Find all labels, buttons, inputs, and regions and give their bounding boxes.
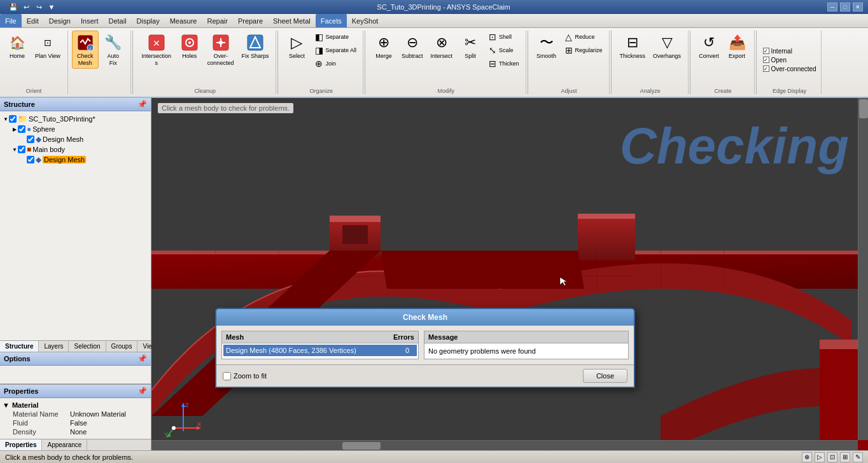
status-icon-3[interactable]: ⊡	[827, 452, 837, 462]
convert-label: Convert	[699, 53, 719, 60]
thicken-button[interactable]: ⊟ Thicken	[485, 57, 522, 70]
tree-item-design-mesh-2[interactable]: ◆ Design Mesh	[3, 155, 148, 165]
over-connected-button[interactable]: Over-connected	[204, 31, 237, 69]
tree-check-sphere[interactable]	[18, 125, 25, 133]
menu-edit[interactable]: Edit	[22, 14, 44, 27]
open-check[interactable]: Open	[763, 57, 787, 64]
zoom-checkbox[interactable]	[223, 372, 231, 380]
tree-check-root[interactable]	[9, 115, 17, 123]
tree-item-sphere[interactable]: ▶ ● Sphere	[3, 124, 148, 134]
tree-check-mb[interactable]	[18, 146, 25, 153]
separate-all-button[interactable]: ◨ Separate All	[311, 44, 359, 57]
overhangs-button[interactable]: ▽ Overhangs	[650, 31, 684, 69]
holes-button[interactable]: Holes	[176, 31, 203, 69]
intersections-button[interactable]: ✕ Intersections	[138, 31, 175, 69]
intersect-button[interactable]: ⊗ Intersect	[428, 31, 456, 69]
tree-item-main-body[interactable]: ▼ ■ Main body	[3, 144, 148, 155]
thickness-button[interactable]: ⊟ Thickness	[617, 31, 649, 69]
scrollbar-bottom[interactable]	[151, 440, 858, 450]
open-checkbox[interactable]	[763, 57, 769, 63]
home-icon: 🏠	[7, 32, 27, 53]
undo-button[interactable]: ↩	[20, 1, 32, 13]
status-icon-2[interactable]: ▷	[815, 452, 825, 462]
menu-detail[interactable]: Detail	[103, 14, 131, 27]
convert-button[interactable]: ↺ Convert	[696, 31, 722, 69]
menu-insert[interactable]: Insert	[76, 14, 104, 27]
redo-button[interactable]: ↪	[33, 1, 45, 13]
options-pin[interactable]: 📌	[137, 354, 147, 363]
home-button[interactable]: 🏠 Home	[4, 31, 31, 69]
tree-check-dm2[interactable]	[27, 156, 34, 163]
status-icon-1[interactable]: ⊕	[802, 452, 812, 462]
tree-item-root[interactable]: ▼ 📁 SC_Tuto_3DPrinting*	[3, 114, 148, 124]
menu-prepare[interactable]: Prepare	[233, 14, 268, 27]
tab-selection[interactable]: Selection	[69, 341, 106, 352]
tree-item-design-mesh-1[interactable]: ◆ Design Mesh	[3, 134, 148, 144]
join-button[interactable]: ⊕ Join	[311, 57, 359, 70]
menu-keyshot[interactable]: KeyShot	[347, 14, 384, 27]
menu-measure[interactable]: Measure	[165, 14, 202, 27]
status-icon-5[interactable]: ✎	[853, 452, 863, 462]
scrollbar-right[interactable]	[858, 98, 868, 440]
properties-pin[interactable]: 📌	[137, 387, 147, 396]
zoom-to-fit-check[interactable]: Zoom to fit	[223, 372, 267, 380]
menu-repair[interactable]: Repair	[202, 14, 232, 27]
structure-pin[interactable]: 📌	[137, 100, 147, 109]
menu-display[interactable]: Display	[132, 14, 165, 27]
separate-button[interactable]: ◧ Separate	[311, 31, 359, 43]
message-section: Message No geometry problems were found	[424, 331, 629, 359]
close-button[interactable]: Close	[583, 369, 627, 383]
separate-all-label: Separate All	[325, 47, 356, 53]
tree-arrow-root[interactable]: ▼	[3, 116, 9, 122]
tree-label-dm1: Design Mesh	[43, 135, 83, 143]
over-connected-check[interactable]: Over-connected	[763, 66, 816, 73]
reduce-button[interactable]: △ Reduce	[561, 31, 605, 43]
tree-check-dm1[interactable]	[27, 135, 34, 143]
select-icon: ▷	[286, 32, 307, 53]
window-controls[interactable]: ─ □ ✕	[827, 3, 863, 11]
menu-sheet-metal[interactable]: Sheet Metal	[268, 14, 316, 27]
prop-tab-appearance[interactable]: Appearance	[42, 439, 87, 450]
minimize-button[interactable]: ─	[827, 3, 837, 11]
smooth-button[interactable]: 〜 Smooth	[533, 31, 560, 69]
scale-button[interactable]: ⤡ Scale	[485, 44, 522, 57]
close-button[interactable]: ✕	[853, 3, 863, 11]
over-connected-checkbox[interactable]	[763, 66, 769, 72]
select-button[interactable]: ▷ Select	[283, 31, 310, 74]
menu-facets[interactable]: Facets	[316, 14, 347, 27]
maximize-button[interactable]: □	[840, 3, 850, 11]
plan-view-button[interactable]: ⊡ Plan View	[32, 31, 64, 62]
internal-checkbox[interactable]	[763, 48, 769, 54]
save-button[interactable]: 💾	[8, 1, 19, 13]
fix-sharps-button[interactable]: Fix Sharps	[238, 31, 272, 69]
mesh-row-design-mesh[interactable]: Design Mesh (4800 Faces, 2386 Vertices) …	[223, 345, 417, 356]
viewport[interactable]: Click a mesh body to check for problems.…	[151, 98, 868, 450]
organize-label: Organize	[309, 88, 333, 94]
mesh-viewport[interactable]	[151, 98, 868, 450]
tree-arrow-sphere[interactable]: ▶	[11, 126, 18, 132]
split-button[interactable]: ✂ Split	[457, 31, 484, 69]
svg-point-11	[219, 41, 223, 45]
shell-button[interactable]: ⊡ Shell	[485, 31, 522, 43]
subtract-button[interactable]: ⊖ Subtract	[398, 31, 426, 69]
quick-toolbar[interactable]: 💾 ↩ ↪ ▼	[5, 1, 60, 13]
internal-check[interactable]: Internal	[763, 48, 792, 55]
menu-file[interactable]: File	[0, 14, 22, 27]
prop-tab-properties[interactable]: Properties	[0, 439, 42, 450]
export-button[interactable]: 📤 Export	[724, 31, 750, 69]
merge-button[interactable]: ⊕ Merge	[370, 31, 397, 69]
tab-layers[interactable]: Layers	[39, 341, 69, 352]
menu-design[interactable]: Design	[44, 14, 76, 27]
check-mesh-button[interactable]: ✓ CheckMesh	[72, 31, 99, 69]
material-section[interactable]: ▼ Material	[3, 401, 148, 410]
intersections-icon: ✕	[146, 32, 167, 53]
tab-groups[interactable]: Groups	[106, 341, 138, 352]
dropdown-button[interactable]: ▼	[46, 1, 57, 13]
auto-fix-button[interactable]: 🔧 AutoFix	[100, 31, 127, 69]
status-icon-4[interactable]: ⊞	[840, 452, 850, 462]
tab-structure[interactable]: Structure	[0, 341, 39, 352]
tree-arrow-mb[interactable]: ▼	[11, 146, 18, 153]
svg-text:Y: Y	[164, 431, 168, 438]
regularize-button[interactable]: ⊞ Regularize	[561, 44, 605, 57]
select-label: Select	[289, 53, 305, 60]
